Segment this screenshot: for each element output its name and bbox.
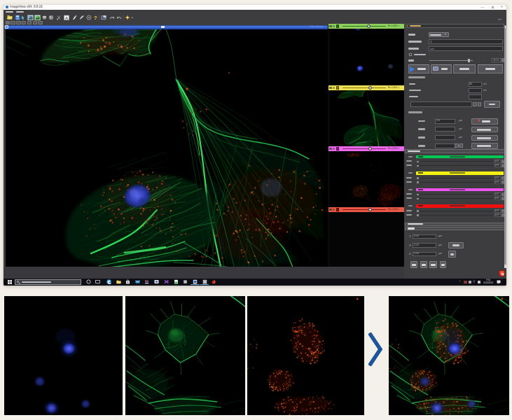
svg-text:A: A [65,16,68,20]
svg-text:?: ? [94,15,97,20]
